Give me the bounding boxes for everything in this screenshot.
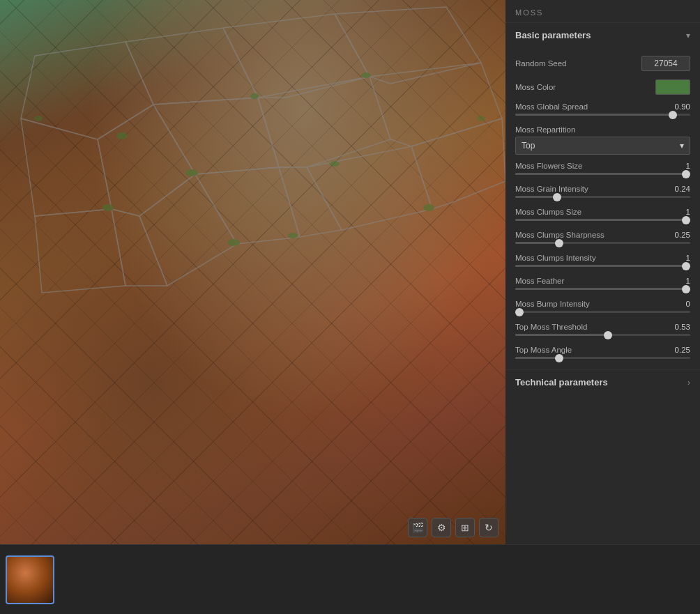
moss-feather-thumb[interactable] [682, 285, 690, 293]
moss-feather-row: Moss Feather 1 [505, 273, 700, 296]
dropdown-chevron: ▾ [680, 141, 684, 151]
moss-bump-intensity-value: 0 [686, 300, 690, 308]
svg-point-22 [227, 239, 240, 246]
moss-clumps-size-fill [515, 219, 690, 221]
moss-flowers-size-label: Moss Flowers Size [515, 162, 583, 170]
svg-point-16 [116, 132, 128, 139]
random-seed-input[interactable] [641, 56, 690, 71]
technical-parameters-label: Technical parameters [515, 377, 608, 387]
moss-clumps-intensity-value: 1 [686, 254, 690, 262]
moss-repartition-row: Moss Repartition Top ▾ [505, 122, 700, 158]
svg-point-23 [288, 233, 298, 238]
top-moss-angle-row: Top Moss Angle 0.25 [505, 342, 700, 365]
moss-grain-intensity-row: Moss Grain Intensity 0.24 [505, 181, 700, 204]
svg-point-21 [102, 204, 114, 211]
svg-point-19 [185, 169, 198, 176]
basic-parameters-chevron: ▾ [686, 31, 690, 40]
moss-grain-intensity-label: Moss Grain Intensity [515, 185, 588, 193]
moss-clumps-size-track[interactable] [515, 219, 690, 221]
material-thumbnail[interactable] [6, 555, 54, 604]
moss-grain-intensity-fill [515, 196, 557, 198]
basic-parameters-header[interactable]: Basic parameters ▾ [505, 22, 700, 47]
top-moss-angle-value: 0.25 [675, 346, 690, 354]
top-moss-angle-thumb[interactable] [555, 354, 563, 362]
moss-global-spread-label: Moss Global Spread [515, 102, 588, 111]
moss-global-spread-track[interactable] [515, 114, 690, 116]
moss-flowers-size-track[interactable] [515, 173, 690, 175]
moss-bump-intensity-track[interactable] [515, 311, 690, 313]
moss-repartition-label: Moss Repartition [515, 125, 575, 134]
technical-parameters-chevron: › [687, 378, 690, 387]
moss-clumps-intensity-fill [515, 265, 690, 267]
top-moss-angle-label: Top Moss Angle [515, 346, 572, 354]
moss-clumps-sharpness-value: 0.25 [675, 231, 690, 239]
moss-clumps-size-thumb[interactable] [682, 216, 690, 224]
svg-marker-13 [279, 167, 342, 237]
top-moss-threshold-value: 0.53 [675, 323, 690, 331]
top-moss-threshold-thumb[interactable] [604, 331, 612, 339]
moss-flowers-size-fill [515, 173, 690, 175]
moss-grain-intensity-thumb[interactable] [553, 193, 561, 201]
svg-marker-7 [258, 77, 390, 167]
svg-marker-8 [370, 63, 502, 146]
camera-button[interactable]: 🎬 [408, 518, 427, 537]
moss-clumps-intensity-track[interactable] [515, 265, 690, 267]
moss-clumps-sharpness-track[interactable] [515, 242, 690, 244]
moss-bump-intensity-label: Moss Bump Intensity [515, 300, 590, 308]
top-moss-threshold-row: Top Moss Threshold 0.53 [505, 319, 700, 342]
basic-parameters-content: Random Seed Moss Color Moss Global Sprea… [505, 47, 700, 369]
viewport: 🎬 ⚙ ⊞ ↻ [0, 0, 505, 544]
moss-color-row: Moss Color [505, 75, 700, 99]
svg-marker-6 [153, 98, 279, 174]
moss-clumps-sharpness-thumb[interactable] [555, 239, 563, 247]
moss-global-spread-row: Moss Global Spread 0.90 [505, 99, 700, 122]
moss-clumps-size-value: 1 [686, 208, 690, 216]
technical-parameters-header[interactable]: Technical parameters › [505, 369, 700, 394]
top-moss-angle-track[interactable] [515, 357, 690, 359]
moss-clumps-intensity-thumb[interactable] [682, 262, 690, 270]
svg-marker-12 [195, 167, 300, 244]
properties-panel: MOSS Basic parameters ▾ Random Seed Moss… [505, 0, 700, 544]
moss-global-spread-fill [515, 114, 673, 116]
svg-marker-9 [35, 209, 125, 293]
svg-marker-15 [411, 118, 505, 209]
grid-button[interactable]: ⊞ [455, 518, 475, 537]
viewport-controls: 🎬 ⚙ ⊞ ↻ [408, 518, 499, 537]
texture-svg [0, 0, 505, 481]
svg-marker-1 [125, 28, 258, 105]
moss-clumps-size-label: Moss Clumps Size [515, 208, 581, 216]
moss-grain-intensity-value: 0.24 [675, 185, 690, 193]
moss-feather-label: Moss Feather [515, 277, 564, 285]
random-seed-row: Random Seed [505, 52, 700, 75]
svg-point-18 [361, 72, 371, 78]
moss-clumps-size-row: Moss Clumps Size 1 [505, 204, 700, 227]
top-moss-threshold-track[interactable] [515, 334, 690, 336]
moss-flowers-size-thumb[interactable] [682, 170, 690, 178]
render-image [0, 0, 505, 544]
panel-title: MOSS [505, 0, 700, 22]
moss-feather-value: 1 [686, 277, 690, 285]
settings-button[interactable]: ⚙ [432, 518, 451, 537]
moss-color-swatch[interactable] [655, 79, 690, 95]
moss-global-spread-thumb[interactable] [669, 111, 677, 119]
moss-flowers-size-value: 1 [686, 162, 690, 170]
moss-clumps-sharpness-row: Moss Clumps Sharpness 0.25 [505, 227, 700, 250]
moss-clumps-intensity-row: Moss Clumps Intensity 1 [505, 250, 700, 273]
svg-marker-2 [223, 14, 370, 98]
svg-point-20 [330, 161, 340, 167]
moss-global-spread-value: 0.90 [675, 102, 690, 111]
moss-clumps-intensity-label: Moss Clumps Intensity [515, 254, 596, 262]
svg-marker-4 [21, 118, 112, 216]
svg-point-24 [423, 204, 434, 211]
random-seed-label: Random Seed [515, 59, 567, 68]
moss-bump-intensity-thumb[interactable] [515, 308, 524, 316]
moss-feather-track[interactable] [515, 288, 690, 290]
svg-point-25 [34, 116, 43, 121]
svg-marker-0 [21, 42, 153, 139]
moss-feather-fill [515, 288, 690, 290]
moss-clumps-sharpness-fill [515, 242, 559, 244]
svg-point-26 [477, 116, 485, 121]
refresh-button[interactable]: ↻ [479, 518, 499, 537]
moss-grain-intensity-track[interactable] [515, 196, 690, 198]
moss-repartition-dropdown[interactable]: Top ▾ [515, 137, 690, 155]
